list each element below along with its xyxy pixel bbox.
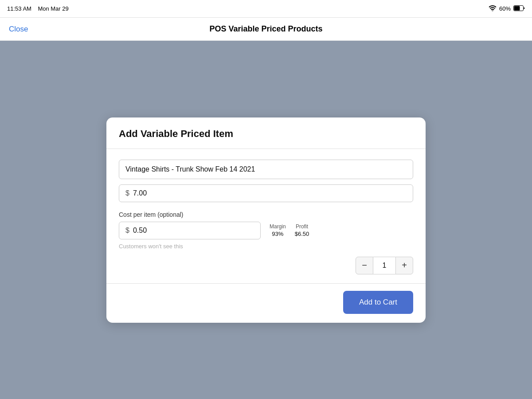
- quantity-increase-button[interactable]: +: [395, 257, 413, 274]
- background-area: Add Variable Priced Item $ Cost per item…: [0, 41, 532, 399]
- customers-note: Customers won't see this: [119, 243, 413, 250]
- nav-title: POS Variable Priced Products: [209, 24, 322, 34]
- item-name-input[interactable]: [119, 160, 413, 179]
- add-to-cart-button[interactable]: Add to Cart: [343, 291, 413, 314]
- quantity-decrease-button[interactable]: −: [356, 257, 373, 274]
- wifi-icon: [489, 5, 497, 12]
- quantity-display: 1: [373, 257, 395, 274]
- cost-symbol: $: [125, 227, 129, 235]
- cost-label: Cost per item (optional): [119, 211, 413, 218]
- quantity-row: − 1 +: [119, 257, 413, 274]
- cost-input[interactable]: [133, 227, 254, 235]
- margin-block: Margin 93%: [270, 223, 286, 237]
- svg-rect-2: [514, 6, 520, 10]
- price-symbol: $: [125, 189, 129, 197]
- margin-profit-section: Margin 93% Profit $6.50: [270, 222, 309, 237]
- close-button[interactable]: Close: [9, 25, 28, 34]
- status-indicators: 60%: [489, 5, 525, 12]
- margin-label: Margin: [270, 223, 286, 230]
- svg-point-0: [492, 11, 493, 12]
- profit-block: Profit $6.50: [295, 223, 309, 237]
- profit-value: $6.50: [295, 231, 309, 237]
- margin-value: 93%: [272, 231, 283, 237]
- price-row: $: [119, 184, 413, 202]
- modal-card: Add Variable Priced Item $ Cost per item…: [106, 117, 426, 323]
- cost-row: $ Margin 93% Profit $6.50: [119, 222, 413, 239]
- battery-percentage: 60%: [499, 5, 511, 12]
- cost-input-wrap: $: [119, 222, 261, 239]
- battery-icon: [513, 5, 525, 12]
- modal-header: Add Variable Priced Item: [106, 117, 426, 149]
- modal-body: $ Cost per item (optional) $ Margin 93%: [106, 149, 426, 283]
- price-input[interactable]: [133, 189, 407, 197]
- status-bar: 11:53 AM Mon Mar 29 60%: [0, 0, 532, 18]
- status-time: 11:53 AM: [7, 5, 31, 12]
- nav-bar: Close POS Variable Priced Products: [0, 18, 532, 41]
- status-date: Mon Mar 29: [38, 5, 68, 12]
- status-time-date: 11:53 AM Mon Mar 29: [7, 5, 69, 12]
- modal-title: Add Variable Priced Item: [119, 128, 413, 140]
- modal-footer: Add to Cart: [106, 283, 426, 323]
- profit-label: Profit: [296, 223, 308, 230]
